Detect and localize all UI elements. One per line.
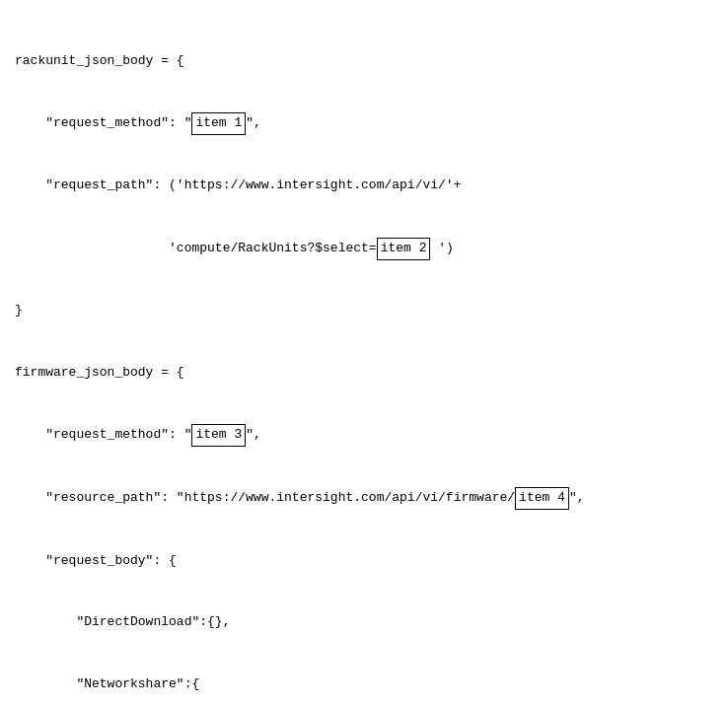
line-09: "request_body": { [15, 551, 713, 572]
item1-input[interactable]: item 1 [191, 112, 246, 135]
line-06: firmware_json_body = { [15, 363, 713, 384]
item3-input[interactable]: item 3 [191, 424, 246, 447]
line-11: "Networkshare":{ [15, 674, 713, 695]
line-10: "DirectDownload":{}, [15, 612, 713, 633]
line-03: "request_path": ('https://www.intersight… [15, 176, 713, 196]
item2-input[interactable]: item 2 [377, 238, 431, 260]
line-07: "request_method": "item 3", [15, 424, 713, 447]
line-04: 'compute/RackUnits?$select=item 2 ') [15, 238, 713, 260]
line-02: "request_method": "item 1", [15, 112, 713, 135]
line-05: } [15, 301, 713, 321]
code-container: rackunit_json_body = { "request_method":… [15, 10, 713, 707]
line-01: rackunit_json_body = { [15, 51, 713, 72]
item4-input[interactable]: item 4 [515, 487, 569, 510]
line-08: "resource_path": "https://www.intersight… [15, 487, 713, 510]
